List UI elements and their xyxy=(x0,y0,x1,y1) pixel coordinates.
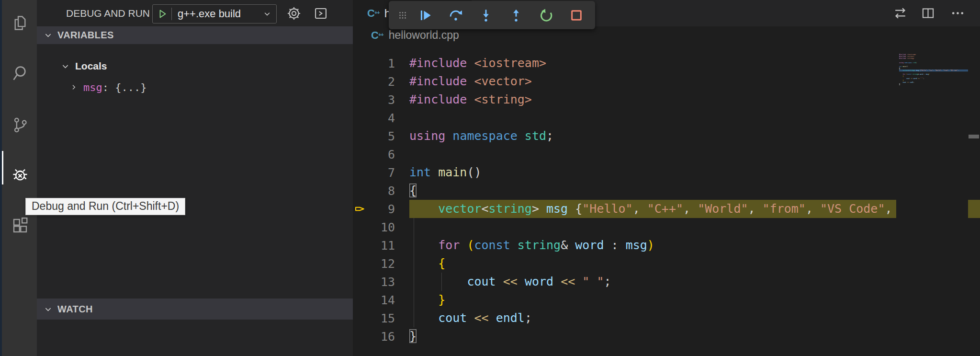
debug-icon xyxy=(11,165,29,184)
debug-sidebar: DEBUG AND RUN g++.exe build VARIABLES Lo… xyxy=(37,0,353,356)
chevron-down-icon xyxy=(61,62,70,71)
code-text: } xyxy=(409,327,980,345)
restart-button[interactable] xyxy=(537,6,556,25)
step-out-icon xyxy=(508,8,524,23)
code-line-4[interactable]: 4 xyxy=(353,109,980,127)
scrollbar[interactable] xyxy=(968,44,980,356)
line-number[interactable]: 7 xyxy=(353,166,409,180)
code-line-6[interactable]: 6 xyxy=(353,145,980,163)
code-text: vector<string> msg {"Hello", "C++", "Wor… xyxy=(409,200,980,218)
step-over-button[interactable] xyxy=(446,6,465,25)
line-number[interactable]: 13 xyxy=(353,275,409,289)
minimap-line-16: } xyxy=(899,83,968,85)
minimap-line-9: vector<string> msg {"Hello", "C++", "Wor… xyxy=(899,69,968,71)
active-view-indicator xyxy=(2,151,3,184)
line-number[interactable]: 6 xyxy=(353,148,409,161)
source-control-icon xyxy=(11,116,29,134)
activity-bar xyxy=(2,0,37,356)
line-number[interactable]: 11 xyxy=(353,239,409,253)
switch-changes-button[interactable] xyxy=(893,6,908,21)
line-number[interactable]: 16 xyxy=(353,330,409,344)
launch-config-label: g++.exe build xyxy=(172,8,263,20)
ellipsis-icon xyxy=(950,6,965,21)
activity-item-explorer[interactable] xyxy=(11,14,29,32)
code-text: #include <vector> xyxy=(409,72,980,91)
code-line-14[interactable]: 14 } xyxy=(353,291,980,309)
stop-icon xyxy=(569,8,584,23)
line-number[interactable]: 10 xyxy=(353,220,409,234)
variables-section-header[interactable]: VARIABLES xyxy=(37,26,353,44)
sidebar-header: DEBUG AND RUN g++.exe build xyxy=(37,0,353,26)
line-number[interactable]: 8 xyxy=(353,184,409,198)
line-number[interactable]: 1 xyxy=(353,57,409,70)
variable-name: msg xyxy=(83,81,102,93)
files-icon xyxy=(11,14,29,32)
gripper-icon[interactable] xyxy=(397,10,408,21)
code-text xyxy=(409,145,980,163)
code-line-16[interactable]: 16} xyxy=(353,327,980,345)
code-text: cout << word << " "; xyxy=(409,273,980,291)
code-line-9[interactable]: 9 vector<string> msg {"Hello", "C++", "W… xyxy=(353,200,980,218)
watch-section-header[interactable]: WATCH xyxy=(37,299,353,320)
code-line-7[interactable]: 7int main() xyxy=(353,163,980,182)
launch-config-picker[interactable]: g++.exe build xyxy=(152,4,277,23)
line-number[interactable]: 14 xyxy=(353,293,409,307)
indent-guide xyxy=(414,218,414,327)
stop-button[interactable] xyxy=(567,6,586,25)
watch-section-title: WATCH xyxy=(57,304,93,315)
chevron-down-icon xyxy=(263,10,271,18)
more-actions-button[interactable] xyxy=(950,6,965,21)
arrow-swap-icon xyxy=(893,6,908,21)
chevron-down-icon xyxy=(44,305,53,314)
step-into-button[interactable] xyxy=(476,6,496,25)
continue-button[interactable] xyxy=(416,6,435,25)
scrollbar-thumb[interactable] xyxy=(969,135,979,138)
debug-toolbar xyxy=(389,1,595,29)
editor-group: C++ helloworld.cpp C++ helloworld.cpp 1#… xyxy=(353,0,980,356)
code-text: cout << endl; xyxy=(409,309,980,327)
code-line-10[interactable]: 10 xyxy=(353,218,980,236)
activity-item-source-control[interactable] xyxy=(11,116,29,134)
extensions-icon xyxy=(11,217,29,235)
code-line-13[interactable]: 13 cout << word << " "; xyxy=(353,273,980,291)
settings-button[interactable] xyxy=(286,6,302,21)
continue-icon xyxy=(418,8,433,23)
activity-item-extensions[interactable] xyxy=(11,217,29,235)
split-editor-button[interactable] xyxy=(921,6,935,21)
code-line-1[interactable]: 1#include <iostream> xyxy=(353,54,980,72)
code-line-15[interactable]: 15 cout << endl; xyxy=(353,309,980,327)
code-line-3[interactable]: 3#include <string> xyxy=(353,91,980,109)
locals-label: Locals xyxy=(75,60,107,72)
search-icon xyxy=(11,64,29,82)
debug-console-button[interactable] xyxy=(313,6,328,21)
breadcrumb-label: helloworld.cpp xyxy=(389,29,459,42)
step-out-button[interactable] xyxy=(507,6,526,25)
variable-row-msg[interactable]: msg: {...} xyxy=(37,77,353,98)
activity-item-run-and-debug[interactable] xyxy=(11,165,29,184)
locals-scope-row[interactable]: Locals xyxy=(37,56,353,77)
code-line-8[interactable]: 8{ xyxy=(353,182,980,200)
line-number[interactable]: 12 xyxy=(353,257,409,271)
minimap[interactable]: #include <iostream>#include <vector>#inc… xyxy=(896,44,968,356)
tooltip: Debug and Run (Ctrl+Shift+D) xyxy=(25,198,185,215)
minimap-content: #include <iostream>#include <vector>#inc… xyxy=(899,54,968,85)
code-line-5[interactable]: 5using namespace std; xyxy=(353,127,980,145)
start-debugging-play-icon[interactable] xyxy=(157,8,168,20)
line-number[interactable]: 5 xyxy=(353,129,409,143)
code-line-12[interactable]: 12 { xyxy=(353,254,980,273)
code-text: } xyxy=(409,291,980,309)
line-number[interactable]: 2 xyxy=(353,75,409,89)
activity-item-search[interactable] xyxy=(11,64,29,82)
code-text: using namespace std; xyxy=(409,127,980,145)
line-number[interactable]: 3 xyxy=(353,93,409,107)
step-into-icon xyxy=(478,8,494,23)
code-line-2[interactable]: 2#include <vector> xyxy=(353,72,980,91)
step-over-icon xyxy=(448,8,463,23)
line-number[interactable]: 4 xyxy=(353,111,409,125)
vscode-window: DEBUG AND RUN g++.exe build VARIABLES Lo… xyxy=(0,0,980,356)
code-line-11[interactable]: 11 for (const string& word : msg) xyxy=(353,236,980,254)
line-number[interactable]: 15 xyxy=(353,311,409,325)
split-editor-icon xyxy=(921,6,935,21)
chevron-down-icon xyxy=(44,31,53,40)
variables-list: msg: {...} xyxy=(37,77,353,98)
